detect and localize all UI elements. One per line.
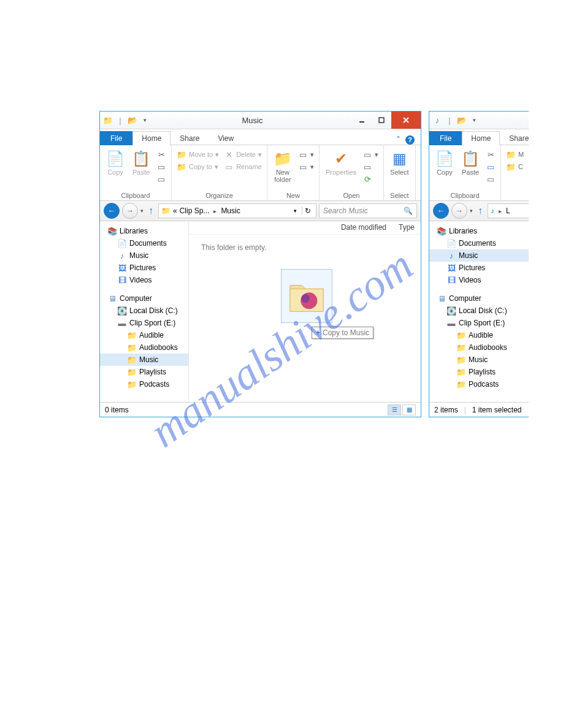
qat-dropdown-icon[interactable]: ▾ — [469, 115, 480, 126]
nav-playlists[interactable]: 📁Playlists — [429, 366, 529, 378]
moveto-button[interactable]: 📁Move to ▾ — [175, 149, 220, 160]
copy-button[interactable]: 📄 Copy — [104, 149, 127, 177]
nav-audiobooks[interactable]: 📁Audiobooks — [429, 341, 529, 354]
nav-music-folder[interactable]: 📁Music — [100, 354, 188, 366]
nav-clip-sport[interactable]: ▬Clip Sport (E:) — [100, 317, 188, 329]
folder-icon: 📁 — [127, 367, 137, 377]
breadcrumb-seg-1[interactable]: Clip Sp... — [180, 207, 210, 215]
nav-audible[interactable]: 📁Audible — [100, 329, 188, 341]
edit-button[interactable]: ▭ — [361, 161, 380, 172]
back-button[interactable]: ← — [433, 203, 449, 219]
qat-dropdown-icon[interactable]: ▾ — [139, 115, 150, 126]
new-item-button[interactable]: ▭▾ — [297, 149, 315, 160]
up-button[interactable]: ↑ — [475, 205, 485, 216]
history-button[interactable]: ⟳ — [361, 173, 380, 184]
nav-documents[interactable]: 📄Documents — [100, 237, 188, 249]
paste-button[interactable]: 📋 Paste — [459, 149, 482, 177]
navigation-pane[interactable]: 📚Libraries 📄Documents ♪Music 🖼Pictures 🎞… — [429, 221, 529, 402]
open-button[interactable]: ▭▾ — [361, 149, 380, 160]
close-button[interactable] — [391, 112, 421, 129]
nav-computer[interactable]: 🖥Computer — [100, 292, 188, 305]
tab-home[interactable]: Home — [462, 131, 500, 145]
col-name[interactable] — [189, 221, 335, 234]
paste-button[interactable]: 📋 Paste — [129, 149, 153, 177]
organize-group-label: Organize — [175, 192, 263, 200]
breadcrumb-seg-1[interactable]: L — [506, 207, 510, 215]
cut-button[interactable]: ✂ — [155, 149, 167, 160]
edit-icon: ▭ — [362, 162, 372, 172]
collapse-ribbon-icon[interactable] — [396, 135, 400, 145]
up-button[interactable]: ↑ — [146, 205, 156, 216]
tab-share[interactable]: Share — [170, 131, 209, 145]
nav-playlists[interactable]: 📁Playlists — [100, 366, 188, 378]
status-bar: 0 items ☰ ▦ — [100, 402, 421, 417]
refresh-button[interactable]: ↻ — [302, 207, 313, 215]
nav-pictures[interactable]: 🖼Pictures — [100, 262, 188, 274]
paste-shortcut-button[interactable]: ▭ — [484, 173, 497, 184]
properties-button[interactable]: ✔ Properties — [323, 149, 359, 177]
tab-home[interactable]: Home — [132, 131, 170, 145]
column-headers[interactable]: Date modified Type — [189, 221, 421, 235]
easy-access-icon: ▭ — [298, 162, 308, 172]
copyto-button[interactable]: 📁Copy to ▾ — [175, 161, 220, 172]
nav-audiobooks[interactable]: 📁Audiobooks — [100, 341, 188, 354]
nav-documents[interactable]: 📄Documents — [429, 237, 529, 249]
titlebar[interactable]: ♪ | 📂 ▾ M — [429, 112, 529, 129]
cut-button[interactable]: ✂ — [484, 149, 497, 160]
paste-icon: 📋 — [462, 150, 479, 167]
col-type[interactable]: Type — [393, 221, 421, 234]
copy-button[interactable]: 📄 Copy — [433, 149, 456, 177]
back-button[interactable]: ← — [104, 203, 120, 219]
content-pane[interactable]: Date modified Type This folder is empty.… — [189, 221, 421, 402]
tab-view[interactable]: View — [209, 131, 243, 145]
nav-videos[interactable]: 🎞Videos — [100, 274, 188, 286]
details-view-button[interactable]: ☰ — [388, 404, 401, 415]
rename-button[interactable]: ▭Rename — [223, 161, 263, 172]
nav-libraries[interactable]: 📚Libraries — [100, 225, 188, 237]
new-folder-icon[interactable]: 📂 — [456, 115, 467, 126]
nav-podcasts[interactable]: 📁Podcasts — [429, 378, 529, 390]
delete-button[interactable]: ✕Delete ▾ — [223, 149, 263, 160]
col-date[interactable]: Date modified — [335, 221, 393, 234]
nav-clip-sport[interactable]: ▬Clip Sport (E:) — [429, 317, 529, 329]
select-button[interactable]: ▦ Select — [388, 149, 412, 177]
easy-access-button[interactable]: ▭▾ — [297, 161, 315, 172]
recent-locations-icon[interactable]: ▾ — [140, 208, 144, 214]
tab-file[interactable]: File — [100, 131, 132, 145]
breadcrumb[interactable]: ♪ L — [488, 203, 529, 218]
breadcrumb[interactable]: 📁 « Clip Sp... Music ▾ ↻ — [158, 203, 316, 218]
nav-computer[interactable]: 🖥Computer — [429, 292, 529, 305]
nav-music[interactable]: ♪Music — [429, 249, 529, 262]
breadcrumb-history-icon[interactable]: ▾ — [294, 208, 297, 214]
nav-audible[interactable]: 📁Audible — [429, 329, 529, 341]
nav-local-disk[interactable]: 💽Local Disk (C:) — [429, 305, 529, 317]
minimize-button[interactable] — [352, 112, 372, 129]
recent-locations-icon[interactable]: ▾ — [470, 208, 473, 214]
tab-share[interactable]: Share — [500, 131, 529, 145]
nav-libraries[interactable]: 📚Libraries — [429, 225, 529, 237]
copyto-button[interactable]: 📁C — [505, 161, 525, 172]
nav-local-disk[interactable]: 💽Local Disk (C:) — [100, 305, 188, 317]
forward-button[interactable]: → — [451, 203, 467, 219]
tab-file[interactable]: File — [429, 131, 462, 145]
maximize-button[interactable] — [372, 112, 391, 129]
copy-path-button[interactable]: ▭ — [484, 161, 497, 172]
copy-path-button[interactable]: ▭ — [155, 161, 167, 172]
moveto-button[interactable]: 📁M — [505, 149, 525, 160]
nav-music-folder[interactable]: 📁Music — [429, 354, 529, 366]
titlebar[interactable]: 📁 | 📂 ▾ Music — [100, 112, 421, 129]
forward-button[interactable]: → — [122, 203, 138, 219]
nav-podcasts[interactable]: 📁Podcasts — [100, 378, 188, 390]
paste-shortcut-button[interactable]: ▭ — [155, 173, 167, 184]
clipboard-group-label: Clipboard — [104, 192, 167, 200]
help-icon[interactable]: ? — [405, 135, 415, 145]
navigation-pane[interactable]: 📚Libraries 📄Documents ♪Music 🖼Pictures 🎞… — [100, 221, 189, 402]
new-folder-button[interactable]: 📁 New folder — [271, 149, 294, 184]
icons-view-button[interactable]: ▦ — [402, 404, 416, 415]
new-folder-icon[interactable]: 📂 — [127, 115, 138, 126]
nav-music[interactable]: ♪Music — [100, 249, 188, 262]
breadcrumb-seg-2[interactable]: Music — [221, 207, 240, 215]
search-input[interactable]: Search Music 🔍 — [319, 203, 417, 218]
nav-videos[interactable]: 🎞Videos — [429, 274, 529, 286]
nav-pictures[interactable]: 🖼Pictures — [429, 262, 529, 274]
